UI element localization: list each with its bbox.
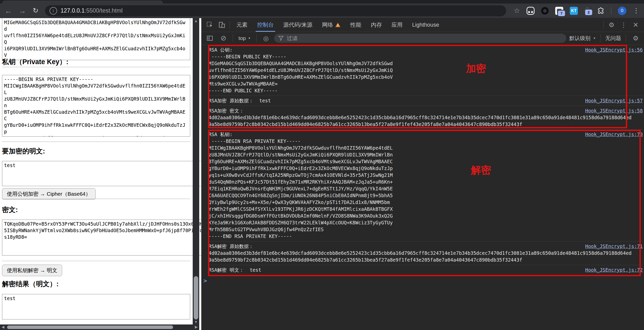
tab-label: 控制台 — [257, 21, 274, 29]
tabbar-divider — [230, 21, 230, 29]
device-icon — [218, 21, 225, 28]
refresh-icon[interactable]: ↻ — [33, 7, 38, 14]
issues-counter[interactable]: 无问题 — [605, 35, 621, 42]
source-link[interactable]: Hook_JSEncrypt.js:57 — [585, 97, 643, 104]
horizontal-scrollbar[interactable]: ◀ ▶ — [0, 324, 199, 330]
console-toolbar-right: 默认级别 ▼ 无问题 ⚙ — [569, 33, 641, 44]
log-level-selector[interactable]: 默认级别 ▼ — [569, 35, 596, 42]
context-label: top — [238, 35, 246, 41]
extension-ring-icon[interactable] — [541, 7, 549, 15]
context-selector[interactable]: top ▼ — [237, 35, 252, 41]
vertical-scrollbar-thumb[interactable] — [194, 276, 198, 319]
public-key-textarea[interactable]: -----BEGIN PUBLIC KEY----- MIGeMA0GCSqGS… — [2, 18, 190, 60]
tab-lighthouse[interactable]: Lighthouse — [408, 18, 443, 32]
tabbar-divider — [603, 21, 604, 29]
console-toolbar: ⊘ top ▼ ◎ 过滤 默认级别 ▼ 无问题 ⚙ — [202, 32, 644, 45]
device-toolbar-icon[interactable] — [217, 20, 227, 30]
extension-spade-icon[interactable]: 2 — [584, 8, 590, 14]
kt-icon: KT — [570, 7, 578, 15]
plaintext-textarea[interactable]: test — [2, 161, 201, 186]
console-sidebar-icon[interactable] — [205, 33, 215, 44]
profile-avatar[interactable]: 0 — [618, 7, 626, 15]
devtools-window-controls: ⚙ ⋮ ✕ — [602, 20, 641, 30]
filter-funnel-icon — [278, 35, 284, 41]
devtools-settings-icon[interactable]: ⚙ — [606, 20, 617, 30]
puzzle-icon — [597, 7, 605, 15]
vertical-scrollbar[interactable]: ▲ ▼ — [193, 18, 199, 324]
devtools-menu-icon[interactable]: ⋮ — [618, 20, 629, 30]
active-browser-tab[interactable] — [2, 1, 163, 4]
tab-memory[interactable]: 内存 — [367, 18, 386, 32]
log-level-label: 默认级别 — [569, 35, 590, 42]
sidebar-panel-icon — [207, 35, 213, 42]
browser-menu-icon[interactable]: ⋮ — [633, 7, 639, 15]
console-message: RSA 公钥: -----BEGIN PUBLIC KEY----- MIGeM… — [209, 47, 643, 94]
console-settings-icon[interactable]: ⚙ — [630, 33, 641, 44]
extension-kt-icon[interactable]: KT — [570, 7, 578, 15]
extension-badge: 7 — [557, 10, 566, 17]
devtools-close-icon[interactable]: ✕ — [630, 20, 641, 30]
toolbar-divider — [256, 34, 257, 42]
clear-console-icon[interactable]: ⊘ — [218, 33, 229, 44]
toolbar-divider — [233, 34, 233, 42]
tab-sources[interactable]: 源代码/来源 — [279, 18, 316, 32]
console-filter-input[interactable]: 过滤 — [274, 34, 566, 43]
inspect-element-icon[interactable] — [205, 20, 215, 30]
plaintext-label: 要加密的明文: — [2, 147, 45, 156]
decrypt-result-label: 解密结果（明文）: — [2, 279, 59, 288]
extension-squircle-icon[interactable] — [527, 7, 535, 15]
source-link[interactable]: Hook_JSEncrypt.js:71 — [585, 243, 643, 250]
private-key-textarea[interactable]: -----BEGIN RSA PRIVATE KEY----- MIICWgIB… — [2, 75, 190, 137]
source-link[interactable]: Hook_JSEncrypt.js:58 — [585, 107, 643, 114]
section-divider — [2, 67, 190, 67]
private-key-label: 私钥（Private Key）: — [2, 57, 68, 66]
scroll-right-icon[interactable]: ▶ — [195, 325, 198, 329]
console-entries: RSA 公钥: -----BEGIN PUBLIC KEY----- MIGeM… — [209, 45, 643, 275]
scroll-up-icon[interactable]: ▲ — [193, 19, 199, 23]
source-link[interactable]: Hook_JSEncrypt.js:56 — [585, 47, 643, 53]
cipher-label: 密文: — [2, 205, 18, 214]
source-link[interactable]: Hook_JSEncrypt.js:72 — [585, 267, 643, 273]
site-info-icon[interactable]: i — [50, 7, 57, 15]
inspect-cursor-icon — [206, 21, 213, 28]
bookmark-star-icon[interactable]: ☆ — [514, 7, 520, 15]
tab-label: 性能 — [350, 21, 361, 29]
browser-chrome: ← → ↻ i 127.0.0.1:5500/test.html ☆ 7 KT … — [0, 0, 644, 18]
console-entry: RSA解密 原始数据： 4d02aaa0306ed3b3def81e6bc4e6… — [209, 241, 643, 265]
address-bar[interactable]: i 127.0.0.1:5500/test.html — [45, 5, 506, 16]
devtools-panel: 元素 控制台 源代码/来源 网络 性能 内存 应用 Lighthouse ⚙ ⋮… — [201, 18, 644, 330]
devtools-tabbar: 元素 控制台 源代码/来源 网络 性能 内存 应用 Lighthouse ⚙ ⋮… — [202, 18, 644, 32]
live-expression-eye-icon[interactable]: ◎ — [261, 33, 271, 44]
scroll-down-icon[interactable]: ▼ — [193, 320, 199, 324]
horizontal-scrollbar-thumb[interactable] — [7, 325, 173, 329]
tab-network[interactable]: 网络 — [318, 18, 345, 32]
url-host: 127.0.0.1 — [61, 7, 85, 14]
console-message: RSA解密 原始数据： 4d02aaa0306ed3b3def81e6bc4e6… — [209, 243, 643, 263]
decrypt-button[interactable]: 使用私钥解密 → 明文 — [2, 265, 62, 276]
console-prompt-chevron[interactable]: > — [202, 275, 644, 284]
console-entry: RSA 私钥: -----BEGIN RSA PRIVATE KEY----- … — [209, 130, 643, 241]
chevron-down-icon: ▼ — [248, 36, 251, 40]
decrypt-result-textarea[interactable]: test — [2, 294, 190, 319]
cipher-textarea[interactable]: TQKqoDBu07Pe+B5rxOY53PrWCT3Ou45uUlJCPB01… — [2, 220, 201, 256]
encrypt-button[interactable]: 使用公钥加密 → Cipher（Base64） — [2, 188, 96, 200]
tab-console[interactable]: 控制台 — [253, 18, 278, 32]
web-page: -----BEGIN PUBLIC KEY----- MIGeMA0GCSqGS… — [0, 18, 201, 324]
tab-application[interactable]: 应用 — [387, 18, 407, 32]
ring-icon — [541, 7, 549, 15]
console-message: RSA加密 原始数据： test — [209, 97, 643, 104]
tab-label: Lighthouse — [412, 22, 439, 28]
tab-elements[interactable]: 元素 — [232, 18, 252, 32]
browser-toolbar: ← → ↻ i 127.0.0.1:5500/test.html ☆ 7 KT … — [0, 4, 644, 18]
console-entry: RSA加密 密文： 4d02aaa0306ed3b3def81e6bc4e639… — [209, 106, 643, 130]
extension-screenshot-icon[interactable]: 7 — [555, 7, 563, 15]
filter-placeholder: 过滤 — [287, 35, 297, 42]
console-entry: RSA 公钥: -----BEGIN PUBLIC KEY----- MIGeM… — [209, 45, 643, 96]
tab-performance[interactable]: 性能 — [346, 18, 365, 32]
forward-icon[interactable]: → — [19, 7, 26, 15]
back-icon[interactable]: ← — [5, 7, 12, 15]
section-divider — [2, 199, 190, 199]
extensions-puzzle-icon[interactable] — [597, 7, 605, 15]
source-link[interactable]: Hook_JSEncrypt.js:70 — [585, 131, 643, 138]
scroll-left-icon[interactable]: ◀ — [2, 325, 5, 329]
